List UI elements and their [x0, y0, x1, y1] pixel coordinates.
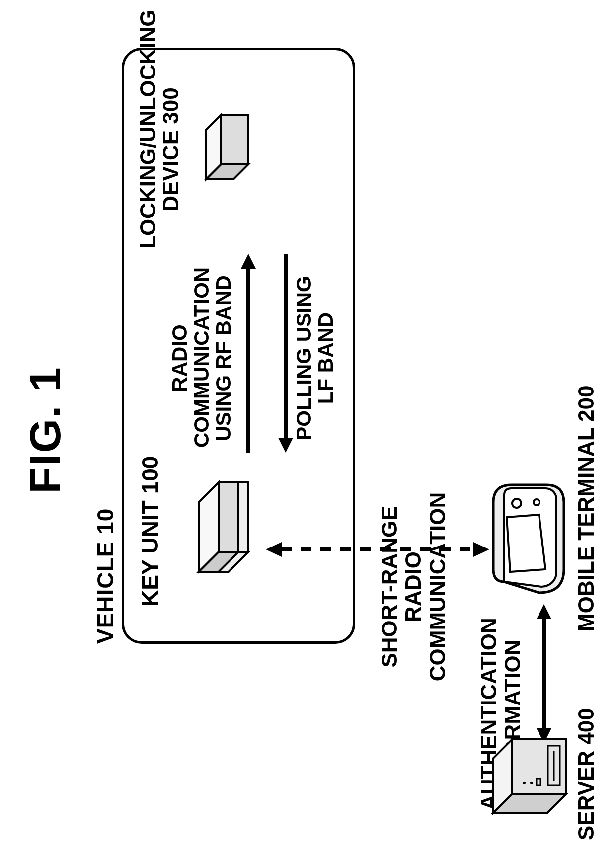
- key-unit-label: KEY UNIT 100: [137, 456, 163, 607]
- svg-marker-9: [537, 604, 551, 619]
- lock-device-label: LOCKING/UNLOCKING DEVICE 300: [137, 50, 182, 249]
- mobile-terminal-icon: [489, 482, 569, 597]
- rf-arrow-icon: [238, 254, 258, 453]
- lf-line2: LF BAND: [314, 313, 337, 404]
- short-range-label: SHORT-RANGE RADIO COMMUNICATION: [378, 477, 450, 696]
- svg-marker-3: [278, 438, 293, 453]
- short-range-line2: COMMUNICATION: [425, 492, 450, 681]
- rf-comm-label: RADIO COMMUNICATION USING RF BAND: [169, 269, 234, 448]
- key-unit-icon: [189, 482, 263, 602]
- lf-line1: POLLING USING: [292, 276, 315, 440]
- rf-line2: COMMUNICATION: [190, 267, 213, 448]
- server-icon: [489, 738, 571, 833]
- svg-marker-1: [241, 254, 256, 269]
- rf-line3: USING RF BAND: [212, 275, 235, 441]
- short-range-arrow-icon: [266, 540, 489, 559]
- lock-device-line1: LOCKING/UNLOCKING: [136, 9, 160, 249]
- vehicle-label: VEHICLE 10: [92, 508, 119, 644]
- server-label: SERVER 400: [574, 708, 599, 840]
- lock-device-icon: [201, 115, 261, 199]
- lf-comm-label: POLLING USING LF BAND: [293, 274, 337, 443]
- svg-point-12: [523, 782, 526, 784]
- svg-marker-6: [473, 542, 489, 557]
- lock-device-line2: DEVICE 300: [158, 87, 183, 211]
- auth-arrow-icon: [534, 604, 554, 743]
- short-range-line1: SHORT-RANGE RADIO: [377, 506, 425, 667]
- svg-marker-5: [266, 542, 282, 557]
- mobile-terminal-label: MOBILE TERMINAL 200: [574, 386, 599, 631]
- figure-title: FIG. 1: [20, 0, 71, 860]
- lf-arrow-icon: [276, 254, 296, 453]
- rf-line1: RADIO: [168, 324, 191, 391]
- svg-point-13: [530, 782, 533, 784]
